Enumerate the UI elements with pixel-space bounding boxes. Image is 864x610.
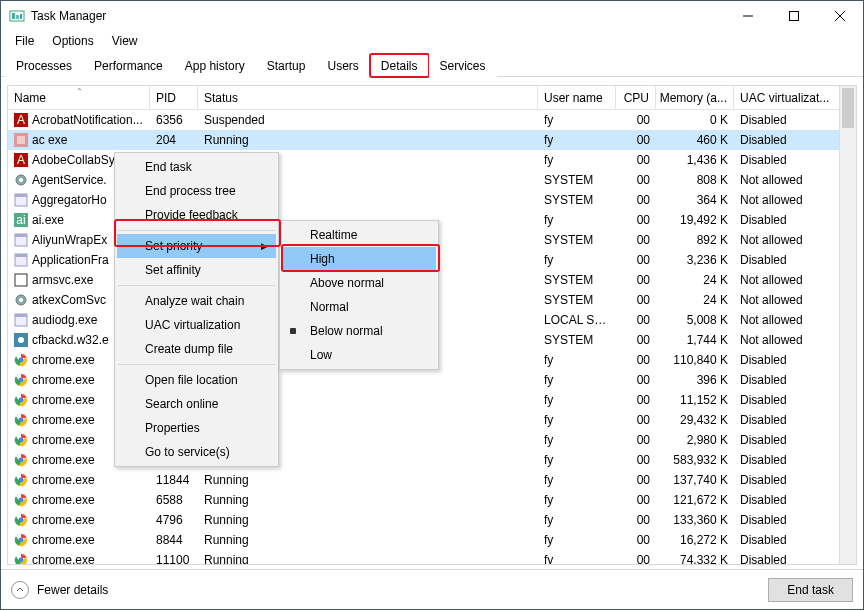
table-row[interactable]: AAcrobatNotification...6356Suspendedfy00… <box>8 110 856 130</box>
process-cpu: 00 <box>616 553 656 564</box>
process-uac: Not allowed <box>734 233 856 247</box>
table-row[interactable]: chrome.exe8844Runningfy0016,272 KDisable… <box>8 530 856 550</box>
context-menu: End taskEnd process treeProvide feedback… <box>114 152 279 467</box>
priority-high[interactable]: High <box>282 247 436 271</box>
table-row[interactable]: chrome.exe6588Runningfy00121,672 KDisabl… <box>8 490 856 510</box>
process-memory: 1,436 K <box>656 153 734 167</box>
svg-rect-11 <box>17 136 25 144</box>
priority-realtime[interactable]: Realtime <box>282 223 436 247</box>
scrollbar-thumb[interactable] <box>842 88 854 128</box>
priority-low[interactable]: Low <box>282 343 436 367</box>
process-user: SYSTEM <box>538 333 616 347</box>
tab-startup[interactable]: Startup <box>256 54 317 77</box>
priority-above-normal[interactable]: Above normal <box>282 271 436 295</box>
ctx-create-dump-file[interactable]: Create dump file <box>117 337 276 361</box>
col-status[interactable]: Status <box>198 86 538 109</box>
col-cpu[interactable]: CPU <box>616 86 656 109</box>
process-icon <box>14 433 28 447</box>
ctx-provide-feedback[interactable]: Provide feedback <box>117 203 276 227</box>
col-pid[interactable]: PID <box>150 86 198 109</box>
menu-view[interactable]: View <box>104 32 146 50</box>
process-status: Running <box>198 533 538 547</box>
chevron-up-icon <box>11 581 29 599</box>
ctx-analyze-wait-chain[interactable]: Analyze wait chain <box>117 289 276 313</box>
fewer-details-button[interactable]: Fewer details <box>11 581 108 599</box>
process-memory: 110,840 K <box>656 353 734 367</box>
process-user: SYSTEM <box>538 293 616 307</box>
col-user[interactable]: User name <box>538 86 616 109</box>
tab-strip: Processes Performance App history Startu… <box>1 51 863 77</box>
svg-rect-24 <box>15 274 27 286</box>
ctx-end-task[interactable]: End task <box>117 155 276 179</box>
process-memory: 808 K <box>656 173 734 187</box>
process-memory: 137,740 K <box>656 473 734 487</box>
process-pid: 6356 <box>150 113 198 127</box>
svg-text:A: A <box>17 113 25 127</box>
process-uac: Disabled <box>734 113 856 127</box>
process-uac: Disabled <box>734 393 856 407</box>
process-icon <box>14 333 28 347</box>
ctx-uac-virtualization[interactable]: UAC virtualization <box>117 313 276 337</box>
menu-options[interactable]: Options <box>44 32 101 50</box>
tab-users[interactable]: Users <box>316 54 369 77</box>
svg-rect-5 <box>790 12 799 21</box>
process-name: chrome.exe <box>32 433 95 447</box>
ctx-go-to-service-s-[interactable]: Go to service(s) <box>117 440 276 464</box>
svg-text:ai: ai <box>16 213 25 227</box>
fewer-details-label: Fewer details <box>37 583 108 597</box>
minimize-button[interactable] <box>725 1 771 31</box>
process-uac: Disabled <box>734 493 856 507</box>
process-name: chrome.exe <box>32 553 95 564</box>
process-name: AliyunWrapEx <box>32 233 107 247</box>
process-uac: Disabled <box>734 533 856 547</box>
process-cpu: 00 <box>616 153 656 167</box>
priority-below-normal[interactable]: Below normal <box>282 319 436 343</box>
process-memory: 74,332 K <box>656 553 734 564</box>
table-row[interactable]: chrome.exe11844Runningfy00137,740 KDisab… <box>8 470 856 490</box>
process-user: fy <box>538 353 616 367</box>
process-pid: 4796 <box>150 513 198 527</box>
window-title: Task Manager <box>31 9 106 23</box>
process-icon <box>14 393 28 407</box>
svg-rect-3 <box>20 14 22 19</box>
maximize-button[interactable] <box>771 1 817 31</box>
ctx-open-file-location[interactable]: Open file location <box>117 368 276 392</box>
tab-performance[interactable]: Performance <box>83 54 174 77</box>
close-button[interactable] <box>817 1 863 31</box>
col-memory[interactable]: Memory (a... <box>656 86 734 109</box>
end-task-button[interactable]: End task <box>768 578 853 602</box>
ctx-properties[interactable]: Properties <box>117 416 276 440</box>
process-name: chrome.exe <box>32 413 95 427</box>
table-row[interactable]: chrome.exe11100Runningfy0074,332 KDisabl… <box>8 550 856 564</box>
process-cpu: 00 <box>616 173 656 187</box>
process-name: ai.exe <box>32 213 64 227</box>
tab-app-history[interactable]: App history <box>174 54 256 77</box>
ctx-end-process-tree[interactable]: End process tree <box>117 179 276 203</box>
table-row[interactable]: chrome.exe4796Runningfy00133,360 KDisabl… <box>8 510 856 530</box>
tab-details[interactable]: Details <box>370 54 429 77</box>
process-cpu: 00 <box>616 193 656 207</box>
process-name: ac exe <box>32 133 67 147</box>
tab-processes[interactable]: Processes <box>5 54 83 77</box>
ctx-set-affinity[interactable]: Set affinity <box>117 258 276 282</box>
menu-file[interactable]: File <box>7 32 42 50</box>
grid-header: Name⌃ PID Status User name CPU Memory (a… <box>8 86 856 110</box>
ctx-search-online[interactable]: Search online <box>117 392 276 416</box>
priority-normal[interactable]: Normal <box>282 295 436 319</box>
process-status: Running <box>198 493 538 507</box>
process-user: fy <box>538 213 616 227</box>
col-name[interactable]: Name⌃ <box>8 86 150 109</box>
ctx-set-priority[interactable]: Set priority▶ <box>117 234 276 258</box>
tab-services[interactable]: Services <box>429 54 497 77</box>
table-row[interactable]: ac exe204Runningfy00460 KDisabled <box>8 130 856 150</box>
svg-point-15 <box>19 178 23 182</box>
process-icon <box>14 493 28 507</box>
process-uac: Disabled <box>734 253 856 267</box>
process-icon <box>14 413 28 427</box>
process-uac: Disabled <box>734 133 856 147</box>
process-name: chrome.exe <box>32 513 95 527</box>
col-uac[interactable]: UAC virtualizat... <box>734 86 856 109</box>
vertical-scrollbar[interactable] <box>839 86 856 564</box>
footer: Fewer details End task <box>1 569 863 609</box>
process-memory: 460 K <box>656 133 734 147</box>
